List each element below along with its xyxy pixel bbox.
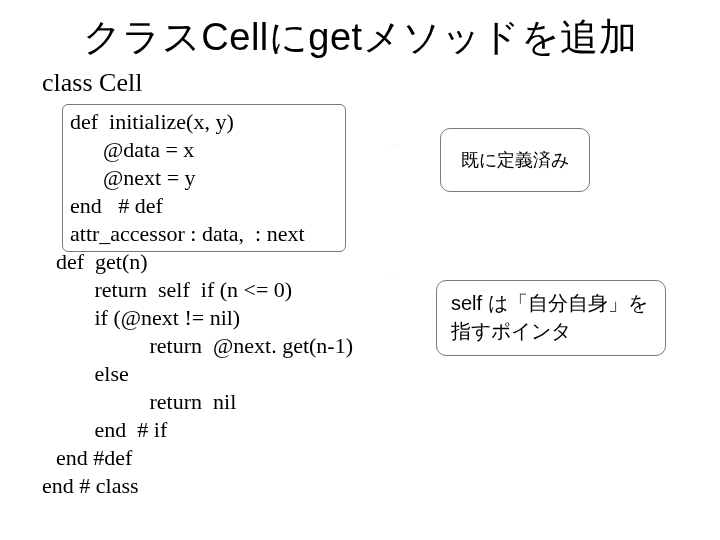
- code-l3: end # def: [70, 193, 163, 218]
- callout2-self-word: self: [451, 292, 488, 314]
- code-l8: return @next. get(n-1): [56, 333, 353, 358]
- callout-self-pointer: self は「自分自身」を 指すポインタ: [436, 280, 666, 356]
- code-l0: def initialize(x, y): [70, 109, 234, 134]
- slide: クラスCellにgetメソッドを追加 class Cell 既に定義済み sel…: [0, 0, 720, 540]
- code-l4: attr_accessor : data, : next: [70, 221, 305, 246]
- code-l9: else: [56, 361, 129, 386]
- callout-already-defined: 既に定義済み: [440, 128, 590, 192]
- code-block: def initialize(x, y) @data = x @next = y…: [70, 108, 367, 500]
- class-declaration: class Cell: [42, 68, 142, 98]
- code-l7: if (@next != nil): [56, 305, 240, 330]
- code-l5: def get(n): [56, 249, 148, 274]
- callout2-line2: 指すポインタ: [451, 320, 571, 342]
- code-l1: @data = x: [70, 137, 194, 162]
- code-l13: end # class: [42, 473, 139, 498]
- code-l6: return self if (n <= 0): [56, 277, 292, 302]
- code-l2: @next = y: [70, 165, 196, 190]
- code-l12: end #def: [56, 445, 132, 470]
- code-l11: end # if: [56, 417, 167, 442]
- callout1-text: 既に定義済み: [461, 148, 569, 172]
- code-l10: return nil: [56, 389, 236, 414]
- callout2-line1: は「自分自身」を: [488, 292, 648, 314]
- slide-title: クラスCellにgetメソッドを追加: [0, 12, 720, 63]
